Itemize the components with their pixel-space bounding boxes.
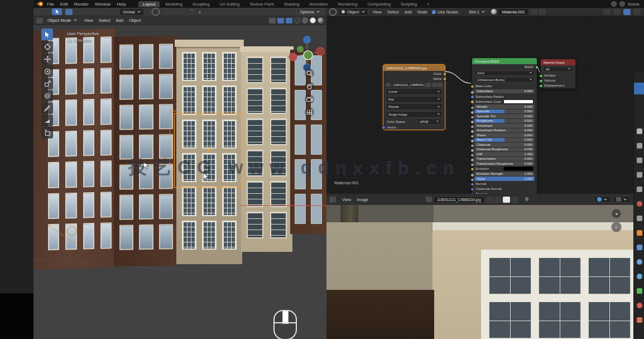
editor-type-icon[interactable] xyxy=(329,197,336,203)
active-tool-button[interactable] xyxy=(52,8,62,15)
dropdown-flat[interactable]: Flat xyxy=(386,96,443,103)
display-channels-dropdown[interactable] xyxy=(594,196,611,203)
viewport-menu-view[interactable]: View xyxy=(84,18,93,23)
image-settings-icon[interactable] xyxy=(511,197,518,203)
overlays-toggle-icon[interactable] xyxy=(277,18,284,23)
properties-tab-material[interactable] xyxy=(637,303,642,308)
extensions-icon[interactable] xyxy=(619,1,625,7)
workspace-tab-animation[interactable]: Animation xyxy=(305,1,332,7)
editor-type-icon[interactable] xyxy=(329,8,337,16)
zoom-icon[interactable] xyxy=(305,69,314,78)
perspective-toggle-icon[interactable] xyxy=(305,107,314,117)
camera-view-icon[interactable] xyxy=(305,94,314,104)
overlay-node-icon[interactable] xyxy=(613,9,621,15)
arc-icon[interactable]: ⌒ xyxy=(190,9,194,15)
workspace-tab-texture-paint[interactable]: Texture Paint xyxy=(245,1,278,7)
shader-menu-view[interactable]: View xyxy=(373,9,382,15)
subsurface-method-dropdown[interactable]: Christensen-Burley xyxy=(474,77,535,83)
bsdf-input-subsurface[interactable]: Subsurface0.000 xyxy=(472,89,537,94)
properties-tab-scene[interactable] xyxy=(637,187,642,192)
properties-tab-modifiers[interactable] xyxy=(637,245,642,250)
shading-wireframe-icon[interactable] xyxy=(294,17,300,23)
image-editor-canvas[interactable]: ● ◐ xyxy=(326,205,633,339)
tool-scale[interactable] xyxy=(41,78,53,89)
material-name-field[interactable]: Material.001 xyxy=(498,8,528,16)
select-mode-extend-icon[interactable] xyxy=(74,9,81,15)
empty-object-gizmo[interactable] xyxy=(67,226,76,236)
node-title[interactable]: Material Output xyxy=(541,59,575,65)
bsdf-input-anisotropic-rotation[interactable]: Anisotropic Rotation0.000 xyxy=(472,128,537,133)
image-new-icon[interactable] xyxy=(432,83,437,87)
dropdown-single-image[interactable]: Single Image xyxy=(386,111,443,118)
shader-menu-node[interactable]: Node xyxy=(417,9,427,15)
xray-toggle-icon[interactable] xyxy=(286,18,292,23)
tool-measure[interactable] xyxy=(41,114,53,126)
tool-add-cube[interactable] xyxy=(41,127,53,139)
tool-move[interactable] xyxy=(41,53,53,65)
image-open-icon[interactable] xyxy=(438,83,443,87)
annotation-dot-button[interactable]: ● xyxy=(611,208,622,219)
image-pack-icon[interactable] xyxy=(503,197,510,203)
dropdown-linear[interactable]: Linear xyxy=(386,88,443,95)
color-space-dropdown[interactable]: sRGB xyxy=(417,118,441,125)
properties-tab-output[interactable] xyxy=(637,157,642,163)
properties-tab-collection[interactable] xyxy=(637,216,642,221)
viewport-canvas[interactable]: User Perspective (1) Collection xyxy=(33,25,326,339)
workspace-tab-uv-editing[interactable]: UV Editing xyxy=(215,1,244,7)
tool-cursor[interactable] xyxy=(41,41,53,52)
workspace-tab-shading[interactable]: Shading xyxy=(280,1,304,7)
slot-dropdown[interactable]: Slot 1 xyxy=(466,9,488,15)
properties-tab-object[interactable] xyxy=(637,230,642,236)
image-menu-image[interactable]: Image xyxy=(357,197,368,202)
material-output-node[interactable]: Material Output All SurfaceVolumeDisplac… xyxy=(540,59,576,89)
snap-icon[interactable] xyxy=(165,9,172,15)
bsdf-input-clearcoat-roughness[interactable]: Clearcoat Roughness0.030 xyxy=(472,147,537,152)
material-icon[interactable] xyxy=(491,9,497,15)
bsdf-input-specular-tint[interactable]: Specular Tint0.000 xyxy=(472,114,537,118)
pin-icon[interactable]: ⚲ xyxy=(525,197,529,202)
image-new-icon[interactable] xyxy=(494,197,502,203)
bsdf-input-roughness[interactable]: Roughness0.500 xyxy=(472,119,537,123)
bsdf-input-metallic[interactable]: Metallic0.000 xyxy=(472,104,537,109)
menu-edit[interactable]: Edit xyxy=(60,2,68,7)
properties-tab-world[interactable] xyxy=(637,201,642,207)
snap-node-icon[interactable] xyxy=(603,9,611,15)
angle-icon[interactable]: ∧ xyxy=(198,9,201,15)
properties-tab-texture[interactable] xyxy=(637,317,642,323)
menu-file[interactable]: File xyxy=(47,2,54,7)
image-name-field[interactable]: 1180011111_C4B85334.jpg xyxy=(392,82,425,88)
image-browse-icon[interactable] xyxy=(426,197,432,202)
blender-logo-icon[interactable] xyxy=(37,1,45,7)
workspace-tab-layout[interactable]: Layout xyxy=(138,1,160,7)
proportional-falloff-icon[interactable] xyxy=(152,8,160,16)
image-browse-icon[interactable] xyxy=(386,83,391,87)
bsdf-input-normal[interactable]: Normal xyxy=(472,182,537,187)
bsdf-input-anisotropic[interactable]: Anisotropic0.000 xyxy=(472,123,537,128)
transform-orientation-dropdown[interactable]: Global xyxy=(119,8,144,16)
editor-type-icon[interactable] xyxy=(36,18,43,23)
workspace-tab-rendering[interactable]: Rendering xyxy=(334,1,362,7)
gizmos-toggle-icon[interactable] xyxy=(269,18,276,23)
properties-tab-view-layer[interactable] xyxy=(637,172,642,178)
workspace-tab-scripting[interactable]: Scripting xyxy=(396,1,421,7)
tool-icon[interactable] xyxy=(36,9,43,15)
bsdf-input-clearcoat-normal[interactable]: Clearcoat Normal xyxy=(472,187,537,192)
properties-tab-render[interactable] xyxy=(637,143,642,149)
tool-select-box[interactable] xyxy=(41,28,53,40)
distribution-dropdown[interactable]: GGX xyxy=(474,70,535,77)
properties-tab-particles[interactable] xyxy=(637,259,642,265)
tool-annotate[interactable] xyxy=(41,102,53,114)
viewport-menu-add[interactable]: Add xyxy=(116,18,123,23)
properties-tab-physics[interactable] xyxy=(637,274,642,279)
building-tan-right[interactable] xyxy=(241,46,292,252)
properties-tab-object-data[interactable] xyxy=(637,288,642,294)
bsdf-input-sheen[interactable]: Sheen0.000 xyxy=(472,133,537,137)
image-texture-node[interactable]: 1180011111_C4B85334.jpg ColorAlpha 11800… xyxy=(383,64,445,130)
image-name-field[interactable]: 1180011111_C4B85334.jpg xyxy=(434,197,484,203)
fake-user-icon[interactable] xyxy=(530,9,537,15)
workspace-tab-[interactable]: + xyxy=(422,1,434,7)
node-title[interactable]: Principled BSDF xyxy=(472,58,537,64)
workspace-tab-compositing[interactable]: Compositing xyxy=(363,1,395,7)
shading-material-icon[interactable] xyxy=(310,17,316,23)
shader-menu-add[interactable]: Add xyxy=(405,9,412,15)
